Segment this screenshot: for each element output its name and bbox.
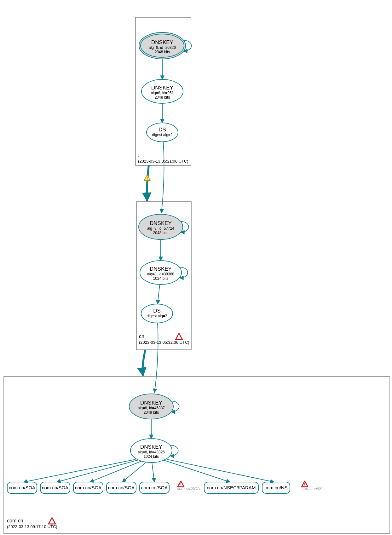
comcn-zone-ts: (2023-03-13 09:17:10 UTC) <box>7 524 57 529</box>
cn-ksk-title: DNSKEY <box>150 220 172 226</box>
cn-ds-l2: digest alg=2 <box>147 314 167 318</box>
svg-text:com.cn/SOA: com.cn/SOA <box>141 485 168 490</box>
comcn-zone-name: com.cn <box>7 518 23 523</box>
root-ds-l2: digest alg=2 <box>152 133 172 137</box>
root-zsk-l2: alg=8, id=951 <box>151 91 174 95</box>
cn-ds-node: DS digest alg=2 <box>141 304 173 323</box>
warning-icon-red-soa: ! <box>178 481 184 487</box>
root-ksk-title: DNSKEY <box>151 39 173 45</box>
edge-zsk-l4 <box>122 462 147 482</box>
edge-zsk-l6 <box>163 460 230 482</box>
root-zone-name: . <box>138 152 139 158</box>
root-zsk-l3: 2048 bits <box>155 95 170 100</box>
comcn-zsk-title: DNSKEY <box>140 444 162 450</box>
comcn-ksk-node: DNSKEY alg=8, id=46387 2048 bits <box>129 394 173 419</box>
cn-zsk-node: DNSKEY alg=8, id=38388 1024 bits <box>140 261 182 285</box>
cn-ksk-l3: 2048 bits <box>153 231 169 235</box>
warning-icon-yellow: ! <box>144 175 150 181</box>
comcn-zsk-l2: alg=8, id=43326 <box>138 450 165 454</box>
root-zsk-node: DNSKEY alg=8, id=951 2048 bits <box>141 79 183 103</box>
edge-zsk-l3 <box>90 461 142 482</box>
warning-icon-red-comcn: ! <box>49 518 55 524</box>
edge-root-to-cn-thick <box>147 165 149 201</box>
leaf-soa-2: com.cn/SOA <box>40 482 70 493</box>
svg-text:!: ! <box>178 335 180 340</box>
leaf-soa-4: com.cn/SOA <box>107 482 136 493</box>
edge-cn-zsk-ds <box>158 285 160 304</box>
comcn-zsk-node: DNSKEY alg=8, id=43326 1024 bits <box>130 439 172 463</box>
comcn-zsk-l3: 1024 bits <box>144 454 159 459</box>
comcn-ksk-title: DNSKEY <box>140 400 162 406</box>
root-ds-node: DS digest alg=2 <box>147 123 178 142</box>
leaf-nsec3param: com.cn/NSEC3PARAM <box>204 482 258 493</box>
svg-text:com.cn/NS: com.cn/NS <box>264 485 287 490</box>
comcn-ksk-l2: alg=8, id=46387 <box>138 406 165 410</box>
cn-ksk-l2: alg=8, id=57724 <box>147 226 174 231</box>
cn-zsk-title: DNSKEY <box>150 266 172 272</box>
svg-text:com.cn/SOA: com.cn/SOA <box>75 485 101 490</box>
svg-text:com.cn/SOA: com.cn/SOA <box>9 485 35 490</box>
edge-cn-to-comcn-thick <box>143 350 145 376</box>
zone-cn: DNSKEY alg=8, id=57724 2048 bits DNSKEY … <box>136 202 191 350</box>
warning-icon-red-ns: ! <box>302 481 308 487</box>
root-zsk-title: DNSKEY <box>151 85 173 91</box>
leaf-soa-1: com.cn/SOA <box>7 482 37 493</box>
svg-text:!: ! <box>180 483 182 487</box>
comcn-ksk-l3: 2048 bits <box>144 410 159 415</box>
svg-text:!: ! <box>147 176 148 181</box>
cn-ksk-node: DNSKEY alg=8, id=57724 2048 bits <box>139 214 183 239</box>
cn-zsk-l2: alg=8, id=38388 <box>147 272 174 276</box>
cn-zsk-l3: 1024 bits <box>153 276 169 281</box>
svg-text:com.cn/NSEC3PARAM: com.cn/NSEC3PARAM <box>207 485 256 490</box>
root-ksk-l3: 2048 bits <box>155 50 170 54</box>
edge-zsk-l5 <box>152 463 154 482</box>
root-zone-ts: (2023-03-13 05:21:06 UTC) <box>138 159 188 164</box>
warning-icon-red-cn: ! <box>176 333 182 340</box>
root-ds-title: DS <box>159 127 166 133</box>
leaf-ns: com.cn/NS <box>262 482 290 493</box>
edge-zsk-l1 <box>24 459 135 482</box>
svg-text:!: ! <box>304 483 305 487</box>
root-ksk-l2: alg=8, id=20326 <box>149 45 176 50</box>
cn-zone-name: cn <box>139 334 144 339</box>
svg-text:com.cn/SOA: com.cn/SOA <box>42 485 68 490</box>
leaf-soa-5: com.cn/SOA <box>140 482 169 493</box>
leaf-soa-3: com.cn/SOA <box>73 482 103 493</box>
cn-ds-title: DS <box>153 308 161 314</box>
edge-root-ds-to-cn-ksk <box>161 142 164 213</box>
zone-comcn: DNSKEY alg=8, id=46387 2048 bits DNSKEY … <box>4 377 390 533</box>
edge-cn-ds-to-comcn-ksk <box>154 323 158 393</box>
svg-rect-11 <box>4 377 390 533</box>
cn-zone-ts: (2023-03-13 05:32:36 UTC) <box>139 340 189 345</box>
root-ksk-node: DNSKEY alg=8, id=20326 2048 bits <box>139 32 186 59</box>
svg-text:!: ! <box>51 520 53 524</box>
svg-text:com.cn/SOA: com.cn/SOA <box>108 485 135 490</box>
